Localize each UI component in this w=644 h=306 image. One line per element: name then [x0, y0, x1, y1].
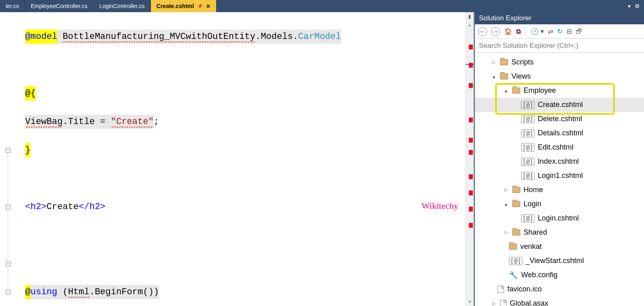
tab-file-1[interactable]: ler.cs: [0, 0, 25, 12]
close-icon[interactable]: ✕: [206, 3, 210, 9]
swap-icon[interactable]: ⇄: [548, 28, 553, 35]
search-input[interactable]: [475, 39, 644, 52]
forward-icon[interactable]: →: [491, 27, 500, 36]
razor-icon: [@]: [521, 158, 535, 166]
folder-icon: [500, 59, 508, 65]
folder-icon: [500, 73, 508, 79]
tab-bar: ler.cs EmployeeController.cs LoginContro…: [0, 0, 644, 12]
razor-icon: [@]: [521, 172, 535, 180]
tree-folder-shared[interactable]: Shared: [475, 225, 644, 240]
tree-file-global[interactable]: Global.asax: [475, 296, 644, 306]
tab-file-active[interactable]: Create.cshtml 📌 ✕: [151, 0, 217, 12]
folder-icon: [512, 201, 520, 207]
vs-icon[interactable]: ⧉: [516, 28, 521, 35]
home-icon[interactable]: 🏠: [504, 28, 512, 35]
file-icon: [500, 300, 507, 306]
tab-label: EmployeeController.cs: [31, 3, 88, 9]
code-content[interactable]: @model BottleManufacturing_MVCwithOutEnt…: [16, 12, 466, 306]
tree-folder-views[interactable]: ▲Views: [475, 69, 644, 83]
razor-icon: [@]: [521, 129, 535, 137]
tree-file-delete[interactable]: [@]Delete.cshtml: [475, 112, 644, 126]
tab-overflow-icon[interactable]: ▾: [628, 3, 631, 9]
razor-icon: [@]: [521, 115, 535, 123]
tree-file-webconfig[interactable]: 🔧Web.config: [475, 268, 644, 282]
tree-folder-home[interactable]: Home: [475, 183, 644, 197]
file-icon: [498, 286, 504, 293]
refresh-icon[interactable]: ↻: [557, 28, 562, 35]
panel-title: Solution Explorer: [475, 12, 644, 24]
scroll-down-icon[interactable]: ▼: [466, 298, 474, 305]
tree-folder-employee[interactable]: ▲Employee: [475, 83, 644, 98]
tab-label: ler.cs: [6, 3, 19, 9]
razor-icon: [@]: [521, 214, 535, 223]
tree-file-create[interactable]: [@]Create.cshtml: [475, 98, 644, 112]
vertical-scrollbar[interactable]: ⬍ ▲ ▼: [466, 12, 474, 306]
solution-explorer: Solution Explorer ← → 🏠 ⧉ 🕓 ▾ ⇄ ↻ ⊟ 🗗 Sc…: [474, 12, 644, 306]
tab-file-2[interactable]: EmployeeController.cs: [25, 0, 94, 12]
solution-search[interactable]: [475, 39, 644, 53]
watermark: Wikitechy: [421, 201, 458, 211]
fold-toggle[interactable]: −: [6, 148, 11, 153]
razor-icon: [@]: [509, 257, 522, 265]
tree-folder-venkat[interactable]: venkat: [475, 240, 644, 254]
tree-folder-scripts[interactable]: Scripts: [475, 55, 644, 69]
tree-file-details[interactable]: [@]Details.cshtml: [475, 126, 644, 140]
folder-icon: [512, 187, 520, 193]
fold-toggle[interactable]: −: [6, 205, 11, 210]
tree-file-viewstart[interactable]: [@]_ViewStart.cshtml: [475, 254, 644, 268]
fold-toggle[interactable]: −: [6, 290, 11, 295]
solution-tree: Scripts ▲Views ▲Employee [@]Create.cshtm…: [475, 53, 644, 306]
tab-label: LoginController.cs: [99, 3, 145, 9]
properties-icon[interactable]: 🗗: [576, 28, 582, 35]
tree-file-index[interactable]: [@]Index.cshtml: [475, 154, 644, 169]
folder-icon: [512, 88, 520, 94]
razor-icon: [@]: [521, 101, 535, 109]
tab-file-3[interactable]: LoginController.cs: [94, 0, 151, 12]
fold-toggle[interactable]: −: [6, 261, 11, 266]
tree-file-loginfile[interactable]: [@]Login.cshtml: [475, 211, 644, 225]
razor-icon: [@]: [521, 143, 535, 152]
tree-file-favicon[interactable]: favicon.ico: [475, 282, 644, 296]
gear-icon[interactable]: ⚙: [635, 3, 640, 9]
folder-icon: [512, 229, 520, 235]
sync-icon[interactable]: 🕓 ▾: [531, 28, 544, 35]
tree-file-edit[interactable]: [@]Edit.cshtml: [475, 140, 644, 154]
folder-icon: [509, 244, 517, 250]
collapse-icon[interactable]: ⊟: [567, 28, 572, 35]
config-icon: 🔧: [509, 271, 518, 280]
code-editor[interactable]: − − − − @model BottleManufacturing_MVCwi…: [0, 12, 474, 306]
back-icon[interactable]: ←: [478, 27, 487, 36]
tree-file-login1[interactable]: [@]Login1.cshtml: [475, 169, 644, 183]
tree-folder-login[interactable]: ▲Login: [475, 197, 644, 211]
tab-label: Create.cshtml: [157, 3, 194, 9]
pin-icon[interactable]: 📌: [197, 4, 203, 9]
solution-toolbar: ← → 🏠 ⧉ 🕓 ▾ ⇄ ↻ ⊟ 🗗: [475, 24, 644, 39]
